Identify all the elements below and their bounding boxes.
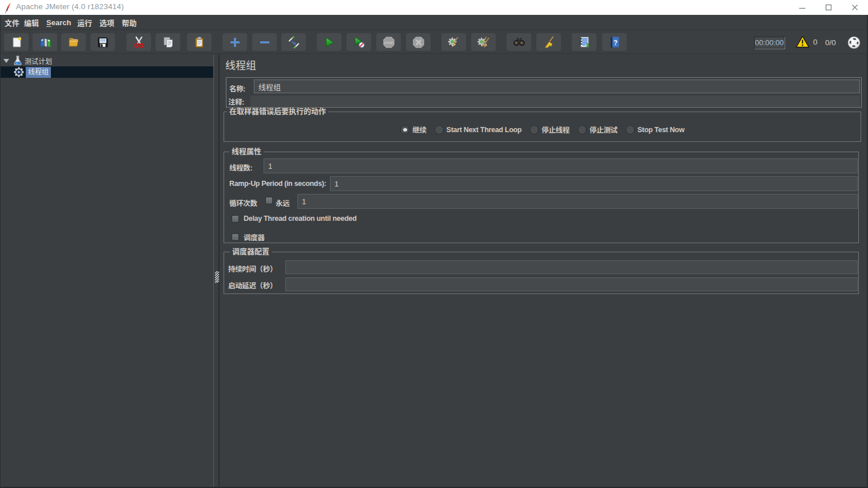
log-warning-count: 0	[813, 38, 818, 46]
close-button[interactable]	[842, 0, 867, 15]
menu-edit[interactable]: 编辑	[24, 15, 39, 30]
radio-continue[interactable]: 继续	[400, 124, 426, 135]
name-label: 名称:	[229, 83, 245, 94]
forever-checkbox[interactable]	[265, 197, 273, 204]
field-value: 线程组	[258, 81, 281, 92]
templates-button[interactable]	[33, 33, 57, 51]
loop-count-label: 循环次数	[229, 197, 257, 208]
expand-all-button[interactable]	[222, 33, 247, 51]
radio-icon	[529, 125, 539, 134]
titlebar[interactable]: Apache JMeter (4.0 r1823414)	[0, 0, 868, 15]
radio-start-next-loop[interactable]: Start Next Thread Loop	[435, 125, 522, 134]
thread-group-panel: 线程组 名称: 线程组 注释: 在取样器错误后要执行的动作 继续 Start N…	[220, 54, 867, 487]
collapse-all-button[interactable]	[252, 33, 277, 51]
comment-field[interactable]	[250, 96, 860, 106]
warning-icon	[795, 35, 810, 48]
save-button[interactable]	[90, 33, 115, 51]
shutdown-button[interactable]	[406, 33, 431, 51]
clear-all-icon	[477, 35, 491, 49]
cut-icon	[133, 36, 145, 49]
menubar: 文件 编辑 Search 运行 选项 帮助	[0, 15, 868, 30]
toggle-icon	[288, 36, 300, 49]
clear-all-button[interactable]	[471, 33, 496, 51]
minimize-button[interactable]	[790, 0, 815, 15]
search-reset-icon	[542, 35, 556, 49]
scheduler-config-group: 调度器配置 持续时间（秒） 启动延迟（秒）	[224, 252, 859, 294]
thread-properties-title: 线程属性	[229, 148, 264, 156]
panel-title: 线程组	[225, 61, 256, 71]
scheduler-row[interactable]: 调度器	[232, 232, 265, 243]
search-button[interactable]	[507, 33, 531, 51]
test-plan-tree: 测试计划 线程组	[0, 54, 213, 487]
splitter-grip[interactable]	[214, 271, 220, 285]
search-icon	[512, 35, 526, 49]
start-button[interactable]	[317, 33, 341, 51]
new-plan-button[interactable]	[4, 33, 29, 51]
copy-button[interactable]	[156, 33, 180, 51]
error-action-group: 在取样器错误后要执行的动作 继续 Start Next Thread Loop …	[224, 112, 861, 142]
start-no-timers-button[interactable]	[347, 33, 371, 51]
toolbar: STOP	[0, 30, 868, 54]
radio-label: 继续	[412, 124, 426, 135]
log-warnings[interactable]: 0	[795, 35, 818, 48]
field-value: 1	[268, 162, 272, 170]
maximize-button[interactable]	[816, 0, 841, 15]
help-button[interactable]: ?	[602, 33, 627, 51]
comment-label: 注释:	[228, 96, 244, 107]
field-value: 1	[302, 197, 306, 206]
stop-icon: STOP	[382, 35, 396, 49]
delay-thread-creation-checkbox[interactable]	[232, 215, 239, 223]
menu-file[interactable]: 文件	[5, 15, 19, 30]
menu-run[interactable]: 运行	[77, 15, 92, 30]
tree-item-label: 线程组	[26, 67, 51, 78]
scheduler-checkbox[interactable]	[232, 233, 239, 241]
jmeter-feather-icon	[5, 2, 13, 15]
svg-text:?: ?	[613, 38, 617, 46]
radio-stop-thread[interactable]: 停止线程	[529, 124, 570, 135]
thread-counter: 0/0	[825, 38, 836, 47]
rampup-field[interactable]: 1	[330, 176, 858, 191]
function-helper-button[interactable]	[572, 33, 596, 51]
cut-button[interactable]	[126, 33, 151, 51]
paste-button[interactable]	[187, 33, 212, 51]
menu-options[interactable]: 选项	[99, 15, 114, 30]
tree-main-splitter[interactable]	[213, 54, 220, 487]
menu-help[interactable]: 帮助	[122, 15, 137, 30]
clear-button[interactable]	[441, 33, 466, 51]
start-no-timers-icon	[353, 36, 365, 49]
loop-count-field[interactable]: 1	[297, 194, 858, 209]
threads-label: 线程数:	[229, 162, 252, 173]
rampup-label: Ramp-Up Period (in seconds):	[229, 180, 326, 188]
radio-label: Start Next Thread Loop	[447, 126, 522, 134]
expand-all-icon	[229, 36, 241, 49]
radio-icon	[578, 125, 587, 134]
thread-properties-group: 线程属性 线程数: 1 Ramp-Up Period (in seconds):…	[224, 152, 859, 243]
startup-delay-field[interactable]	[285, 277, 858, 291]
radio-label: Stop Test Now	[638, 126, 684, 134]
templates-icon	[39, 36, 51, 49]
duration-field[interactable]	[285, 260, 858, 274]
tree-item-test-plan[interactable]: 测试计划	[0, 55, 213, 66]
field-value: 1	[335, 180, 339, 188]
search-reset-button[interactable]	[536, 33, 561, 51]
tree-item-thread-group[interactable]: 线程组	[0, 66, 213, 78]
threads-field[interactable]: 1	[264, 158, 858, 173]
name-comment-panel: 名称: 线程组 注释:	[226, 77, 862, 108]
open-button[interactable]	[61, 33, 86, 51]
help-icon: ?	[608, 35, 622, 49]
svg-text:STOP: STOP	[384, 41, 393, 44]
function-helper-icon	[578, 35, 591, 49]
tree-expander-icon[interactable]	[3, 59, 9, 63]
stop-button[interactable]: STOP	[376, 33, 401, 51]
menu-search[interactable]: Search	[46, 15, 71, 30]
radio-icon	[626, 125, 635, 134]
delay-thread-creation-row[interactable]: Delay Thread creation until needed	[232, 215, 357, 223]
toggle-button[interactable]	[281, 33, 306, 51]
save-icon	[97, 36, 109, 49]
radio-stop-test[interactable]: 停止测试	[578, 124, 618, 135]
menu-search-label: Search	[46, 18, 71, 27]
radio-stop-test-now[interactable]: Stop Test Now	[626, 125, 684, 134]
radio-icon	[435, 125, 444, 134]
open-icon	[67, 36, 80, 49]
name-field[interactable]: 线程组	[254, 80, 860, 93]
